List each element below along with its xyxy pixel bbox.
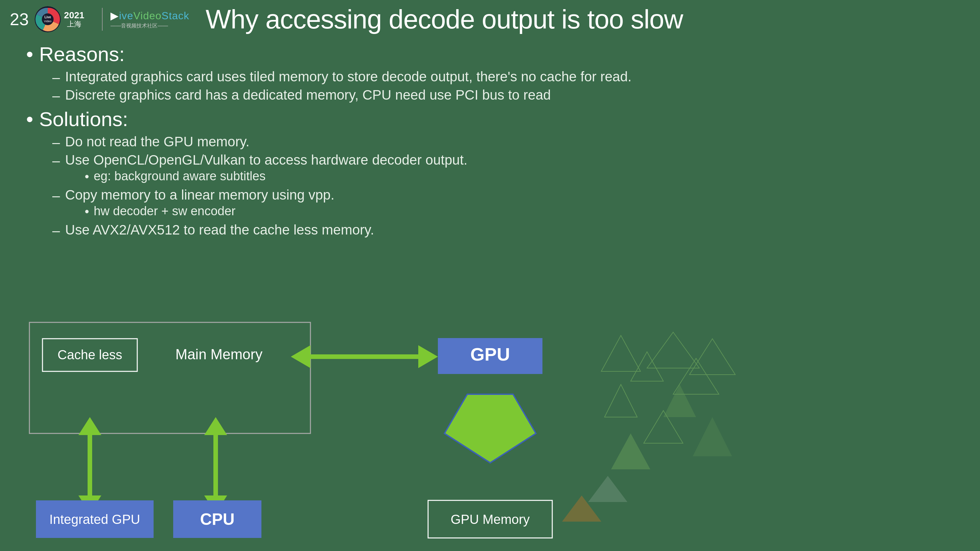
svg-marker-8	[291, 345, 310, 368]
gpu-label: GPU	[470, 344, 510, 365]
svg-marker-14	[204, 417, 227, 435]
city-label: 上海	[64, 20, 84, 28]
integrated-gpu-label: Integrated GPU	[49, 512, 140, 527]
svg-marker-30	[693, 417, 732, 456]
svg-marker-18	[444, 394, 536, 463]
solution-3: Copy memory to a linear memory using vpp…	[52, 187, 954, 220]
cache-less-label: Cache less	[57, 348, 122, 362]
decorative-triangles	[562, 332, 735, 522]
solution-3-sub: hw decoder + sw encoder	[84, 204, 334, 219]
reason-1: Integrated graphics card uses tiled memo…	[52, 69, 954, 85]
reasons-list: Integrated graphics card uses tiled memo…	[26, 69, 954, 103]
reasons-heading: • Reasons:	[26, 43, 954, 66]
conference-logo: Live Video	[35, 6, 61, 32]
solution-1: Do not read the GPU memory.	[52, 134, 954, 150]
svg-text:Live: Live	[45, 15, 51, 19]
svg-marker-11	[78, 417, 101, 435]
slide-number: 23	[10, 10, 29, 29]
svg-text:Video: Video	[44, 20, 51, 23]
year-label: 2021	[64, 10, 84, 21]
svg-marker-23	[647, 332, 699, 368]
diagram-container: Cache less Main Memory GPU Integrated GP…	[26, 319, 745, 541]
solution-2: Use OpenCL/OpenGL/Vulkan to access hardw…	[52, 152, 954, 185]
solution-4: Use AVX2/AVX512 to read the cache less m…	[52, 222, 954, 238]
gpu-memory-label: GPU Memory	[450, 512, 530, 527]
solutions-list: Do not read the GPU memory. Use OpenCL/O…	[26, 134, 954, 238]
cpu-label: CPU	[200, 510, 235, 529]
solution-3-subs: hw decoder + sw encoder	[65, 204, 334, 219]
logo-area: Live Video 2021 上海	[35, 6, 84, 32]
lvs-subtitle: ——音视频技术社区——	[110, 22, 168, 29]
svg-marker-28	[611, 433, 650, 469]
main-memory-label: Main Memory	[175, 346, 263, 362]
svg-marker-7	[418, 345, 438, 368]
lvs-brand-name: ▶iveVideoStack	[110, 10, 189, 22]
main-content: • Reasons: Integrated graphics card uses…	[0, 36, 980, 249]
reason-2: Discrete graphics card has a dedicated m…	[52, 87, 954, 103]
solution-2-subs: eg: background aware subtitles	[65, 169, 467, 184]
header-divider	[102, 8, 103, 31]
svg-marker-32	[588, 476, 627, 502]
svg-marker-26	[689, 339, 735, 375]
solution-2-sub: eg: background aware subtitles	[84, 169, 467, 184]
diagram-svg: Cache less Main Memory GPU Integrated GP…	[26, 319, 745, 541]
conference-info: 2021 上海	[64, 10, 84, 29]
svg-marker-21	[601, 335, 641, 372]
lvs-logo: ▶iveVideoStack ——音视频技术社区——	[110, 10, 189, 29]
svg-marker-25	[605, 384, 637, 417]
slide-title: Why accessing decode output is too slow	[205, 4, 967, 35]
svg-marker-22	[631, 352, 663, 381]
slide-header: 23 Live Video 2021 上海 ▶iveVideoStack	[0, 0, 980, 36]
solutions-heading: • Solutions:	[26, 108, 954, 131]
svg-marker-29	[663, 384, 696, 417]
